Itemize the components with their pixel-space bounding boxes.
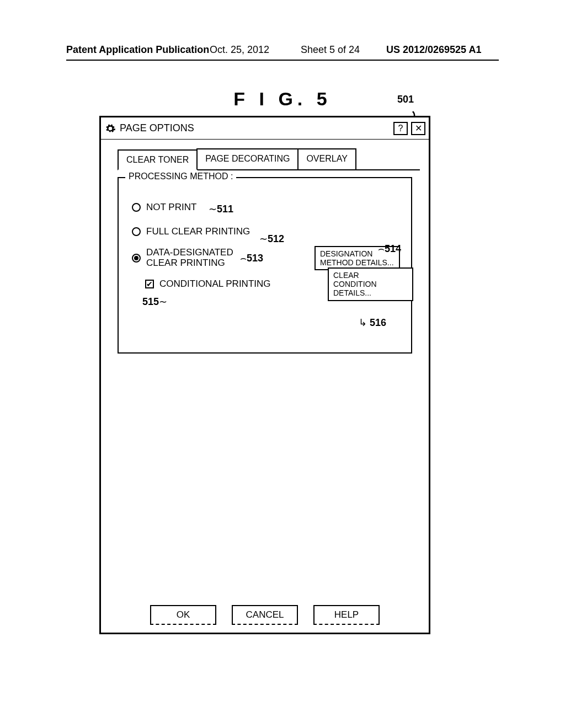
gear-icon [104, 122, 116, 135]
header-sheet: Sheet 5 of 24 [301, 44, 360, 56]
tab-clear-toner[interactable]: CLEAR TONER [118, 149, 198, 170]
option-conditional[interactable]: CONDITIONAL PRINTING CLEAR CONDITION DET… [145, 276, 403, 292]
tab-page-decorating[interactable]: PAGE DECORATING [196, 148, 299, 169]
callout-513-text: 513 [247, 253, 263, 264]
callout-515-text: 515 [142, 296, 159, 307]
label-data-designated-l1: DATA-DESIGNATED [146, 247, 233, 258]
radio-data-designated[interactable] [132, 254, 141, 263]
callout-516-text: 516 [370, 317, 386, 328]
check-conditional[interactable] [145, 280, 154, 288]
header-rule [66, 60, 499, 61]
clear-condition-l2: CONDITION DETAILS... [333, 280, 377, 297]
clear-condition-details-button[interactable]: CLEAR CONDITION DETAILS... [328, 267, 413, 301]
option-not-print[interactable]: NOT PRINT [132, 199, 403, 216]
button-bar: OK CANCEL HELP [101, 605, 429, 625]
ok-button[interactable]: OK [150, 605, 216, 625]
titlebar: PAGE OPTIONS ? ✕ [101, 117, 429, 140]
label-conditional: CONDITIONAL PRINTING [159, 279, 271, 290]
callout-513: ⌢513 [240, 253, 263, 264]
radio-not-print[interactable] [132, 203, 141, 212]
page-options-dialog: PAGE OPTIONS ? ✕ CLEAR TONER PAGE DECORA… [99, 116, 430, 634]
cancel-button[interactable]: CANCEL [232, 605, 298, 625]
header-date: Oct. 25, 2012 [210, 44, 269, 56]
label-not-print: NOT PRINT [146, 202, 196, 213]
header-pubno: US 2012/0269525 A1 [386, 44, 481, 56]
figure-label: F I G. 5 [0, 88, 565, 110]
tab-overlay[interactable]: OVERLAY [297, 148, 356, 169]
callout-512: ∼512 [259, 233, 284, 245]
label-data-designated: DATA-DESIGNATED CLEAR PRINTING [146, 248, 233, 268]
callout-514: ⌢514 [378, 243, 401, 255]
group-legend: PROCESSING METHOD : [125, 172, 236, 181]
label-full-clear: FULL CLEAR PRINTING [146, 227, 250, 237]
help-button-bottom[interactable]: HELP [313, 605, 380, 625]
help-button[interactable]: ? [393, 122, 408, 135]
callout-512-text: 512 [268, 233, 284, 244]
tab-row: CLEAR TONER PAGE DECORATING OVERLAY [118, 148, 420, 170]
dialog-title: PAGE OPTIONS [120, 122, 390, 134]
clear-condition-l1: CLEAR [333, 271, 359, 280]
callout-511-text: 511 [217, 204, 233, 215]
callout-515: 515∼ [142, 296, 167, 308]
designation-details-l1: DESIGNATION [320, 249, 372, 258]
label-data-designated-l2: CLEAR PRINTING [146, 258, 225, 268]
callout-516: ↳ 516 [359, 317, 386, 329]
option-data-designated[interactable]: DATA-DESIGNATED CLEAR PRINTING DESIGNATI… [132, 248, 403, 268]
callout-501: 501 [397, 94, 414, 105]
radio-full-clear[interactable] [132, 227, 141, 236]
callout-511: ∼511 [209, 203, 233, 215]
designation-details-l2: METHOD DETAILS... [320, 258, 394, 267]
header-publication: Patent Application Publication [66, 44, 209, 56]
close-button[interactable]: ✕ [411, 122, 425, 135]
callout-514-text: 514 [385, 243, 401, 254]
